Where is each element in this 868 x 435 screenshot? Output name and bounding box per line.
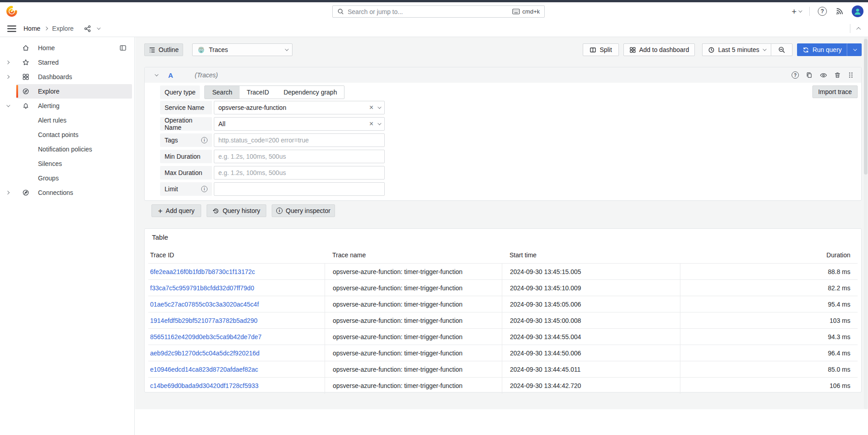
run-query-options-button[interactable]	[847, 43, 862, 56]
sidebar-item-connections[interactable]: Connections	[0, 185, 135, 200]
query-history-button[interactable]: Query history	[207, 204, 266, 217]
info-icon: i	[276, 208, 283, 214]
share-options-chevron-icon[interactable]	[97, 26, 100, 29]
column-header-trace-name[interactable]: Trace name	[325, 247, 502, 263]
start-time-cell: 2024-09-30 13:45:05.006	[502, 296, 680, 312]
collapse-query-chevron-icon[interactable]	[155, 72, 158, 76]
tags-label: Tags i	[160, 133, 212, 147]
add-to-dashboard-button[interactable]: Add to dashboard	[623, 43, 695, 56]
tab-dependency-graph[interactable]: Dependency graph	[276, 86, 344, 99]
sidebar-item-dashboards[interactable]: Dashboards	[0, 70, 135, 84]
run-query-button[interactable]: Run query	[797, 43, 847, 56]
column-header-trace-id[interactable]: Trace ID	[148, 247, 325, 263]
service-name-select[interactable]: opsverse-azure-function ×	[214, 101, 385, 114]
max-duration-label: Max Duration	[160, 166, 212, 180]
operation-name-select[interactable]: All ×	[214, 117, 385, 131]
user-avatar[interactable]	[852, 5, 863, 17]
zoom-out-time-button[interactable]	[771, 43, 793, 56]
grafana-logo-icon[interactable]	[5, 5, 18, 18]
chevron-down-icon[interactable]	[377, 105, 381, 109]
split-button[interactable]: Split	[583, 43, 619, 56]
sidebar-item-home[interactable]: Home	[0, 41, 135, 55]
mega-menu-toggle[interactable]	[7, 25, 16, 32]
duration-cell: 85.0 ms	[680, 361, 858, 378]
trace-id-link[interactable]: 01ae5c27ac07855c03c3a3020ac45c4f	[150, 301, 259, 308]
tags-input[interactable]	[218, 137, 380, 144]
search-input[interactable]	[348, 8, 509, 15]
max-duration-row: Max Duration	[160, 166, 385, 180]
import-trace-button[interactable]: Import trace	[812, 85, 858, 98]
collapse-pagebar-button[interactable]	[856, 27, 861, 31]
explore-main: Outline Traces Spl	[135, 37, 868, 435]
limit-row: Limit i	[160, 182, 385, 196]
traces-table: Trace ID Trace name Start time Duration …	[148, 247, 858, 393]
trace-id-link[interactable]: aeb9d2c9b1270dc5c04a5dc2f920216d	[150, 350, 259, 357]
keyboard-icon	[512, 9, 520, 14]
help-button[interactable]: ?	[818, 7, 827, 16]
clear-icon[interactable]: ×	[369, 104, 373, 111]
query-editor-panel: A (Traces) ?	[144, 67, 862, 201]
global-search[interactable]: cmd+k	[332, 5, 545, 18]
sidebar-item-contact-points[interactable]: Contact points	[0, 128, 135, 142]
expand-starred-chevron-icon[interactable]	[6, 61, 9, 64]
drag-handle-icon[interactable]	[848, 71, 854, 79]
table-row: 01ae5c27ac07855c03c3a3020ac45c4f opsvers…	[148, 296, 858, 312]
trace-name-cell: opsverse-azure-function: timer-trigger-f…	[325, 345, 502, 361]
time-range-picker[interactable]: Last 5 minutes	[702, 43, 771, 56]
query-inspector-button[interactable]: i Query inspector	[272, 204, 335, 217]
expand-connections-chevron-icon[interactable]	[6, 191, 9, 194]
max-duration-input[interactable]	[218, 169, 380, 176]
breadcrumb-home[interactable]: Home	[24, 25, 40, 32]
active-item-accent	[16, 85, 18, 98]
sidebar-item-alerting[interactable]: Alerting	[0, 99, 135, 113]
trace-id-link[interactable]: f33ca7c5c959791b8cfdd32d07ff79d0	[150, 284, 254, 292]
toggle-visibility-eye-icon[interactable]	[820, 71, 827, 79]
chevron-down-icon	[798, 9, 802, 12]
clear-icon[interactable]: ×	[369, 120, 373, 128]
min-duration-input[interactable]	[218, 153, 380, 160]
expand-dashboards-chevron-icon[interactable]	[6, 75, 9, 79]
max-duration-input-wrap	[214, 166, 385, 180]
datasource-picker[interactable]: Traces	[192, 43, 292, 56]
apps-grid-icon	[629, 47, 636, 53]
trace-name-cell: opsverse-azure-function: timer-trigger-f…	[325, 280, 502, 296]
trace-id-link[interactable]: 1914efdf5b29bf521077a3782b5ad290	[150, 317, 257, 324]
sidebar-item-explore[interactable]: Explore	[0, 84, 135, 99]
column-header-duration[interactable]: Duration	[680, 247, 858, 263]
dock-menu-button[interactable]	[119, 44, 127, 52]
split-view-icon	[590, 47, 596, 53]
duplicate-query-icon[interactable]	[806, 71, 813, 79]
news-button[interactable]	[835, 7, 844, 16]
tab-search[interactable]: Search	[205, 86, 239, 99]
outline-button[interactable]: Outline	[144, 43, 183, 56]
trace-name-cell: opsverse-azure-function: timer-trigger-f…	[325, 378, 502, 394]
min-duration-row: Min Duration	[160, 150, 385, 163]
column-header-start-time[interactable]: Start time	[502, 247, 680, 263]
chevron-down-icon[interactable]	[377, 121, 381, 125]
breadcrumb-explore[interactable]: Explore	[52, 25, 73, 32]
trace-id-link[interactable]: c14be69d0bada9d30420df1728cf5933	[150, 382, 259, 389]
trace-id-link[interactable]: e10946edcd14ca823d8720afdaef82ac	[150, 366, 258, 373]
delete-query-trash-icon[interactable]	[834, 71, 841, 79]
share-shortened-link-button[interactable]	[84, 25, 91, 33]
query-row-header[interactable]: A (Traces) ?	[145, 67, 861, 83]
breadcrumb-separator-icon	[44, 27, 48, 30]
sidebar-item-alert-rules[interactable]: Alert rules	[0, 113, 135, 128]
add-query-button[interactable]: + Add query	[151, 204, 201, 217]
trace-id-link[interactable]: 6fe2eaa216f0b1fdb7b8730c1f13172c	[150, 268, 255, 275]
sidebar-item-silences[interactable]: Silences	[0, 156, 135, 171]
start-time-cell: 2024-09-30 13:44:42.720	[502, 378, 680, 394]
sidebar-item-notification-policies[interactable]: Notification policies	[0, 142, 135, 156]
collapse-alerting-chevron-icon[interactable]	[6, 103, 10, 107]
tab-traceid[interactable]: TraceID	[240, 86, 276, 99]
query-help-icon[interactable]: ?	[792, 71, 799, 79]
duration-cell: 82.2 ms	[680, 280, 858, 296]
sidebar-item-starred[interactable]: Starred	[0, 55, 135, 70]
limit-input[interactable]	[218, 185, 380, 193]
trace-id-link[interactable]: 85651162e4209d0eb3c5ca9b42de7de7	[150, 333, 262, 340]
new-menu-button[interactable]: +	[792, 7, 801, 16]
tags-row: Tags i	[160, 133, 385, 147]
start-time-cell: 2024-09-30 13:45:15.005	[502, 264, 680, 280]
sidebar-item-groups[interactable]: Groups	[0, 171, 135, 185]
scrollbar-thumb[interactable]	[864, 39, 868, 175]
